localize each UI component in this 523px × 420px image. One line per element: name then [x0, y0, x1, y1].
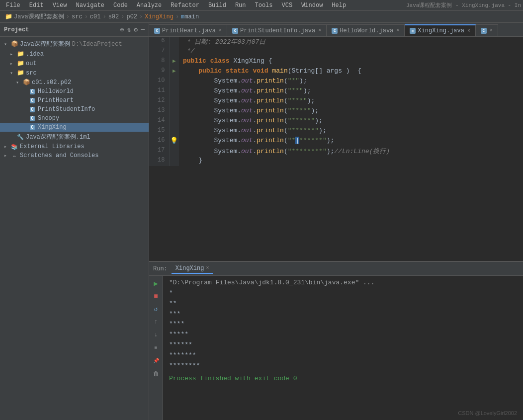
menu-item-edit[interactable]: Edit	[25, 1, 48, 10]
tree-idea[interactable]: ▸ 📁 .idea	[0, 49, 149, 59]
tab-extra-close[interactable]: ×	[490, 28, 493, 33]
tab-extra[interactable]: C ×	[476, 24, 498, 36]
tree-root[interactable]: ▾ 📦 Java课程配套案例 D:\IdeaProject	[0, 39, 149, 49]
tree-idea-arrow[interactable]: ▸	[10, 51, 16, 57]
menu-item-analyze[interactable]: Analyze	[133, 1, 166, 10]
line-code-11: System.out.println("**");	[179, 86, 523, 96]
tree-src[interactable]: ▾ 📁 src	[0, 68, 149, 78]
tree-helloworld[interactable]: C HelloWorld	[0, 87, 149, 96]
run-clear-button[interactable]: 🗑	[151, 368, 162, 379]
breadcrumb-main-label: main	[184, 13, 199, 20]
tree-printheart[interactable]: C PrintHeart	[0, 96, 149, 105]
breadcrumb-s02[interactable]: s02	[108, 13, 119, 20]
line-num-7: 7	[149, 47, 169, 57]
code-table: 6 * 日期: 2022年03月07日 7 */ 8	[149, 37, 523, 166]
tree-root-arrow[interactable]: ▾	[4, 41, 10, 47]
tree-out[interactable]: ▸ 📁 out	[0, 59, 149, 68]
tab-helloworld-icon: C	[332, 28, 338, 34]
line-gutter-7	[169, 47, 179, 57]
tab-printstudentinfo-label: PrintStudentInfo.java	[240, 27, 315, 34]
run-rerun-button[interactable]: ↺	[151, 304, 162, 315]
tree-extlibs[interactable]: ▸ 📚 External Libraries	[0, 142, 149, 151]
tab-printstudentinfo[interactable]: C PrintStudentInfo.java ×	[227, 24, 327, 36]
line-gutter-16: 💡	[169, 136, 179, 146]
editor-area: C PrintHeart.java × C PrintStudentInfo.j…	[149, 23, 523, 261]
breadcrumb-p02[interactable]: p02	[126, 13, 137, 20]
project-sidebar: Project ⊕ ⇅ ⚙ — ▾ 📦 Java课程配套案例 D:\IdeaPr…	[0, 23, 149, 420]
tab-printheart-icon: C	[154, 28, 160, 34]
tree-extlibs-arrow[interactable]: ▸	[4, 144, 10, 150]
breadcrumb-src[interactable]: src	[72, 13, 83, 20]
tab-helloworld-close[interactable]: ×	[396, 28, 399, 33]
breadcrumb-xingxing[interactable]: XingXing	[145, 13, 174, 20]
tree-root-label: Java课程配套案例	[20, 40, 70, 48]
menu-item-view[interactable]: View	[49, 1, 71, 10]
run-pin-button[interactable]: 📌	[151, 355, 162, 366]
run-output-5: *****	[169, 330, 517, 340]
bulb-16[interactable]: 💡	[170, 137, 178, 145]
run-down-button[interactable]: ↓	[151, 330, 162, 340]
run-wrap-button[interactable]: ≡	[151, 342, 162, 353]
run-play-button[interactable]: ▶	[151, 278, 162, 289]
run-stop-button[interactable]: ■	[151, 291, 162, 302]
menu-item-vcs[interactable]: VCS	[278, 1, 297, 10]
breadcrumb-main[interactable]: m	[181, 13, 184, 20]
tree-src-arrow[interactable]: ▾	[10, 70, 16, 76]
code-editor[interactable]: 6 * 日期: 2022年03月07日 7 */ 8	[149, 37, 523, 261]
menu-item-tools[interactable]: Tools	[251, 1, 277, 10]
tree-iml[interactable]: 🔧 Java课程配套案例.iml	[0, 132, 149, 142]
tab-extra-icon: C	[481, 28, 487, 34]
project-tree: ▾ 📦 Java课程配套案例 D:\IdeaProject ▸ 📁 .idea …	[0, 37, 149, 420]
sidebar-settings-icon[interactable]: ⚙	[134, 26, 138, 34]
sidebar-locate-icon[interactable]: ⊕	[120, 26, 124, 34]
line-gutter-13	[169, 106, 179, 116]
tree-printstudentinfo-label: PrintStudentInfo	[38, 106, 95, 113]
tab-printheart[interactable]: C PrintHeart.java ×	[149, 24, 227, 36]
extlibs-icon: 📚	[10, 144, 19, 150]
menu-item-build[interactable]: Build	[204, 1, 230, 10]
line-code-6: * 日期: 2022年03月07日	[179, 37, 523, 47]
run-output-8: ********	[169, 361, 517, 371]
line-num-9: 9	[149, 67, 169, 77]
line-num-14: 14	[149, 116, 169, 126]
run-tab-close[interactable]: ×	[206, 265, 209, 271]
line-gutter-9: ▶	[169, 67, 179, 77]
menu-item-refactor[interactable]: Refactor	[167, 1, 203, 10]
sidebar-collapse-icon[interactable]: ⇅	[127, 26, 131, 34]
line-num-12: 12	[149, 96, 169, 106]
line-gutter-10	[169, 77, 179, 86]
tab-printheart-label: PrintHeart.java	[162, 27, 216, 34]
tree-snoopy[interactable]: C Snoopy	[0, 114, 149, 123]
menu-item-file[interactable]: File	[2, 1, 24, 10]
window-title: Java课程配套案例 - XingXing.java - In	[406, 1, 521, 9]
menu-item-navigate[interactable]: Navigate	[72, 1, 108, 10]
run-tab-xingxing[interactable]: XingXing ×	[172, 264, 213, 274]
tab-xingxing-close[interactable]: ×	[467, 28, 470, 34]
arrow-9[interactable]: ▶	[173, 68, 176, 74]
run-up-button[interactable]: ↑	[151, 317, 162, 328]
menu-item-window[interactable]: Window	[297, 1, 327, 10]
tab-printstudentinfo-icon: C	[232, 28, 238, 34]
menu-item-help[interactable]: Help	[328, 1, 350, 10]
tree-out-arrow[interactable]: ▸	[10, 61, 16, 67]
menu-item-run[interactable]: Run	[231, 1, 250, 10]
code-line-16: 16 💡 System.out.println("*|******");	[149, 136, 523, 146]
tab-xingxing[interactable]: C XingXing.java ×	[405, 24, 476, 36]
sidebar-minimize-icon[interactable]: —	[141, 26, 145, 34]
tab-printheart-close[interactable]: ×	[219, 28, 222, 33]
tree-xingxing[interactable]: C XingXing	[0, 123, 149, 132]
arrow-8[interactable]: ▶	[173, 58, 176, 64]
tab-helloworld[interactable]: C HelloWorld.java ×	[327, 24, 405, 36]
tab-printstudentinfo-close[interactable]: ×	[318, 28, 321, 33]
breadcrumb-c01[interactable]: c01	[90, 13, 101, 20]
tree-scratches[interactable]: ▸ ✏ Scratches and Consoles	[0, 151, 149, 160]
tree-package[interactable]: ▾ 📦 c01.s02.p02	[0, 78, 149, 87]
tree-package-arrow[interactable]: ▾	[16, 80, 22, 85]
breadcrumb-project[interactable]: Java课程配套案例	[14, 12, 64, 21]
package-icon: 📦	[22, 79, 31, 86]
run-output-4: ****	[169, 319, 517, 330]
tree-printstudentinfo[interactable]: C PrintStudentInfo	[0, 105, 149, 114]
menu-item-code[interactable]: Code	[109, 1, 132, 10]
tree-out-label: out	[26, 60, 37, 67]
tree-scratches-arrow[interactable]: ▸	[4, 153, 10, 159]
